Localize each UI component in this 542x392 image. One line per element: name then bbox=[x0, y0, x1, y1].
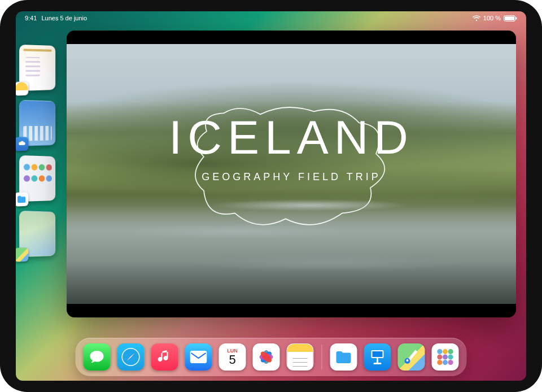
svg-rect-18 bbox=[374, 363, 382, 364]
mail-icon[interactable] bbox=[185, 343, 212, 371]
notes-icon bbox=[16, 81, 28, 95]
keynote-icon[interactable] bbox=[364, 343, 391, 371]
stage-item-maps[interactable] bbox=[19, 211, 55, 257]
stage-item-notes[interactable] bbox=[19, 45, 55, 91]
notes-icon-dock[interactable] bbox=[287, 343, 314, 371]
messages-icon[interactable] bbox=[84, 343, 111, 371]
calendar-icon[interactable]: LUN 5 bbox=[219, 343, 246, 371]
maps-icon bbox=[16, 247, 28, 262]
keynote-window[interactable]: ICELAND GEOGRAPHY FIELD TRIP bbox=[67, 31, 516, 317]
svg-rect-2 bbox=[516, 17, 517, 19]
battery-percent: 100 % bbox=[483, 15, 501, 21]
stage-manager-strip bbox=[19, 45, 60, 256]
status-bar: 9:41 Lunes 5 de junio 100 % bbox=[16, 15, 526, 21]
svg-rect-16 bbox=[373, 351, 383, 357]
files-icon bbox=[16, 192, 28, 206]
weather-icon bbox=[16, 137, 28, 151]
svg-rect-6 bbox=[190, 351, 207, 363]
slide-subtitle: GEOGRAPHY FIELD TRIP bbox=[169, 171, 414, 183]
calendar-day: 5 bbox=[229, 354, 235, 366]
wifi-icon bbox=[473, 15, 480, 21]
dock: LUN 5 bbox=[76, 338, 467, 376]
safari-icon[interactable] bbox=[117, 343, 145, 371]
keynote-slide: ICELAND GEOGRAPHY FIELD TRIP bbox=[67, 44, 516, 304]
ipad-screen: 9:41 Lunes 5 de junio 100 % bbox=[16, 11, 526, 381]
slide-title: ICELAND bbox=[169, 114, 414, 161]
app-library-icon[interactable] bbox=[432, 343, 459, 371]
svg-rect-17 bbox=[377, 358, 378, 363]
maps-icon-dock[interactable] bbox=[398, 343, 425, 371]
status-time: 9:41 bbox=[25, 15, 37, 21]
dock-separator bbox=[322, 345, 322, 369]
files-icon-dock[interactable] bbox=[330, 343, 357, 371]
ipad-device-frame: 9:41 Lunes 5 de junio 100 % bbox=[0, 0, 542, 392]
photos-icon[interactable] bbox=[253, 343, 280, 371]
status-date: Lunes 5 de junio bbox=[41, 15, 87, 21]
stage-item-weather[interactable] bbox=[19, 100, 55, 146]
battery-icon bbox=[504, 15, 517, 21]
music-icon[interactable] bbox=[151, 343, 178, 371]
stage-item-files[interactable] bbox=[19, 155, 55, 202]
svg-rect-1 bbox=[505, 16, 514, 20]
